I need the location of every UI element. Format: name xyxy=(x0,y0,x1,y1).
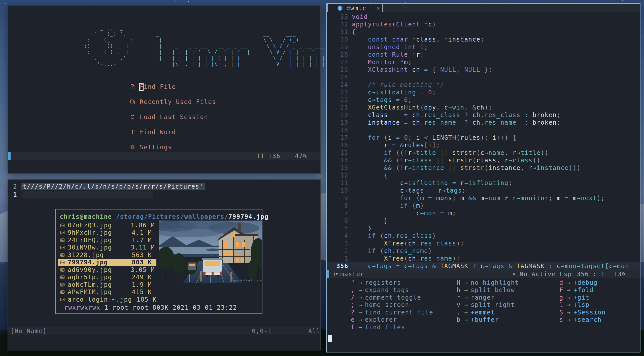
whichkey-binding: .→+emmet xyxy=(451,309,519,316)
cursorline-highlight xyxy=(22,191,153,198)
image-icon xyxy=(60,290,65,294)
file-row[interactable]: arco-login-~.jpg185 K xyxy=(58,296,156,303)
whichkey-binding: b→+buffer xyxy=(451,316,519,324)
menu-item-find-file[interactable]: Find File xyxy=(130,83,176,91)
code-line[interactable]: 22 c→tags = 0; xyxy=(327,96,640,104)
code-line[interactable]: 33void xyxy=(327,13,640,21)
line-number: 28 xyxy=(327,51,348,58)
whichkey-binding: ,→expand tags xyxy=(345,287,433,294)
line-number: 19 xyxy=(327,119,348,126)
code-line[interactable]: 32applyrules(Client *c) xyxy=(327,21,640,28)
binding-label: ranger xyxy=(471,294,495,301)
code-line[interactable]: 29 unsigned int i; xyxy=(327,43,640,51)
image-icon xyxy=(60,238,65,242)
code-line[interactable]: 11 c→isfloating = r→isfloating; xyxy=(327,179,640,187)
file-row[interactable]: 799794.jpg803 K xyxy=(58,259,156,266)
line-number: 356 xyxy=(327,262,348,270)
code-line[interactable]: 12 { xyxy=(327,172,640,179)
file-row[interactable]: ad6v90y.jpg3.05 M xyxy=(58,266,156,274)
arrow-icon: → xyxy=(464,316,471,324)
file-row[interactable]: 24LrDFQ.jpg1.7 M xyxy=(58,236,156,244)
code-line[interactable]: 14 && (!r→class || strstr(class, r→class… xyxy=(327,157,640,164)
file-name: arco-login-~.jpg xyxy=(68,296,132,303)
whichkey-binding: v→split right xyxy=(451,301,519,309)
key: f xyxy=(345,324,355,331)
arrow-icon: → xyxy=(567,301,573,309)
code-line[interactable]: 20 class = ch.res_class ? ch.res_class :… xyxy=(327,111,640,119)
code-line[interactable]: 16 r = &rules[i]; xyxy=(327,141,640,149)
code-line[interactable]: 6 } xyxy=(327,217,640,225)
file-row[interactable]: aghr5Ip.jpg249 K xyxy=(58,274,156,281)
arrow-icon: → xyxy=(358,301,365,309)
file-row[interactable]: 9hMxcHr.jpg4.1 M xyxy=(58,229,156,237)
line-number: 26 xyxy=(327,66,348,74)
file-row[interactable]: 07nEzQ3.jpg1.86 M xyxy=(58,222,156,229)
image-icon xyxy=(60,223,65,228)
key: F xyxy=(553,286,563,294)
file-row[interactable]: 30iNVBw.jpg3.11 M xyxy=(58,244,156,252)
code-line[interactable]: 4 if (ch.res_class) xyxy=(327,232,640,240)
code-line[interactable]: 5 } xyxy=(327,225,640,232)
whichkey-binding: e→explorer xyxy=(345,316,433,324)
whichkey-column-2: H→no highlighth→split belowr→rangerv→spl… xyxy=(451,279,519,324)
code-line[interactable]: 2 if (ch.res_name) xyxy=(327,247,640,255)
popup-header: chris@machine /storag/Pictures/wallpaper… xyxy=(60,213,268,221)
code-line[interactable]: 9 for (m = mons; m && m→num ≠ r→monitor;… xyxy=(327,194,640,202)
code-line[interactable]: 1 XFree(ch.res_name); xyxy=(327,255,640,262)
code-line[interactable]: 21 XGetClassHint(dpy, c→win, &ch); xyxy=(327,104,640,111)
code-line[interactable]: 15 if ((!r→title || strstr(c→name, r→tit… xyxy=(327,149,640,157)
key: d xyxy=(553,279,563,287)
menu-item-recent-files[interactable]: Recently Used Files xyxy=(130,98,216,106)
file-name: aoNcTLm.jpg xyxy=(68,281,131,289)
code-line[interactable]: 31{ xyxy=(327,28,640,36)
file-row[interactable]: aoNcTLm.jpg1.9 M xyxy=(58,281,156,289)
file-size: 185 K xyxy=(137,296,157,303)
binding-label: split right xyxy=(471,301,515,309)
line-number: 6 xyxy=(327,217,348,225)
code-line[interactable]: 25 xyxy=(327,74,640,81)
arrow-icon: → xyxy=(567,316,573,324)
code-line[interactable]: 28 const Rule *r; xyxy=(327,51,640,58)
file-row[interactable]: 31228.jpg563 K xyxy=(58,251,156,259)
arrow-icon: → xyxy=(358,286,365,294)
code-line[interactable]: 30 const char *class, *instance; xyxy=(327,36,640,43)
code-line[interactable]: 7 c→mon = m; xyxy=(327,209,640,217)
file-name: aghr5Ip.jpg xyxy=(68,273,131,281)
code-line[interactable]: 26 XClassHint ch = { NULL, NULL }; xyxy=(327,66,640,74)
arrow-icon: → xyxy=(358,309,365,316)
close-icon[interactable]: × xyxy=(377,5,380,12)
file-details: -rwxrwxrwx 1 root root 803K 2021-03-01 2… xyxy=(60,304,237,311)
file-row[interactable]: APwFMIM.jpg415 K xyxy=(58,289,156,296)
line-number: 17 xyxy=(327,134,348,141)
file-size: 249 K xyxy=(131,273,152,281)
whichkey-binding: r→ranger xyxy=(451,294,519,301)
code-line[interactable]: 18 xyxy=(327,126,640,134)
explorer-statusline: [No Name] 0,0-1 All xyxy=(8,327,320,335)
key: h xyxy=(451,286,461,294)
code-line[interactable]: 23 c→isfloating = 0; xyxy=(327,89,640,96)
code-line[interactable]: 24 /* rule matching */ xyxy=(327,81,640,89)
code-line[interactable]: 8 if (m) xyxy=(327,202,640,209)
binding-label: find current file xyxy=(365,309,433,316)
buffer-line-2: 2 t///s/P//2/h/c/.l/s/n/s/p/p/s/r/r/s/Pi… xyxy=(8,183,205,190)
key: ; xyxy=(345,301,355,309)
menu-item-find-word[interactable]: T Find Word xyxy=(130,128,176,136)
line-number: 10 xyxy=(327,187,348,194)
code-line[interactable]: 10 c→tags ⊨ r→tags; xyxy=(327,187,640,194)
code-line[interactable]: 27 Monitor *m; xyxy=(327,58,640,66)
file-size: 563 K xyxy=(131,251,152,259)
binding-label: +search xyxy=(573,316,602,324)
code-line[interactable]: 17 for (i = 0; i < LENGTH(rules); i++) { xyxy=(327,134,640,141)
line-number: 1 xyxy=(8,191,17,198)
code-line[interactable]: 356 c→tags = c→tags & TAGMASK ? c→tags &… xyxy=(327,262,640,270)
code-line[interactable]: 19 instance = ch.res_name ? ch.res_name … xyxy=(327,119,640,126)
key: / xyxy=(345,294,355,301)
menu-item-settings[interactable]: Settings xyxy=(130,144,172,151)
tab-dwm-c[interactable]: C dwm.c × xyxy=(327,4,383,12)
code-line[interactable]: 3 XFree(ch.res_class); xyxy=(327,240,640,247)
file-list: 07nEzQ3.jpg1.86 M9hMxcHr.jpg4.1 M24LrDFQ… xyxy=(58,222,156,303)
code-line[interactable]: 13 && (!r→instance || strstr(instance, r… xyxy=(327,164,640,172)
menu-item-load-session[interactable]: Load Last Session xyxy=(130,113,208,121)
line-number: 22 xyxy=(327,96,348,104)
file-size: 1.86 M xyxy=(131,222,152,229)
